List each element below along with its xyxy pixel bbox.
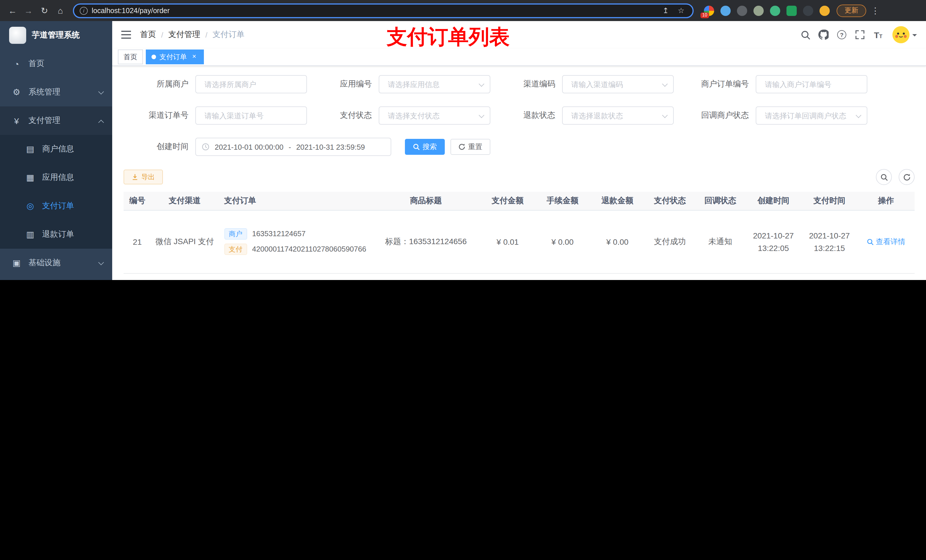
help-icon[interactable]: ? bbox=[833, 21, 850, 48]
tags-view-bar: 首页 支付订单 × bbox=[112, 48, 926, 66]
cell-pay-time: 2021-10-27 13:19:15 bbox=[801, 273, 857, 280]
sidebar-item-home[interactable]: ◔ 首页 bbox=[0, 50, 112, 78]
sidebar-item-label: 基础设施 bbox=[29, 258, 99, 268]
app-logo[interactable]: 芋道管理系统 bbox=[0, 21, 112, 50]
filter-merchant: 所属商户 bbox=[124, 75, 307, 93]
extension-blue-icon[interactable] bbox=[720, 5, 731, 16]
extension-dark-icon[interactable] bbox=[803, 5, 813, 16]
back-icon[interactable]: ← bbox=[6, 4, 20, 17]
sidebar-item-label: 应用信息 bbox=[42, 172, 103, 183]
toggle-search-button[interactable] bbox=[876, 169, 892, 185]
channel-code-select[interactable] bbox=[562, 75, 674, 93]
address-bar[interactable]: i localhost:1024/pay/order ↥ ☆ bbox=[73, 3, 694, 18]
breadcrumb-pay-manage[interactable]: 支付管理 bbox=[168, 30, 200, 40]
sidebar-item-pay-order[interactable]: ◎ 支付订单 bbox=[0, 192, 112, 220]
filter-label: 回调商户状态 bbox=[674, 110, 756, 121]
home-icon[interactable]: ⌂ bbox=[53, 4, 67, 17]
table-row: 21 微信 JSAPI 支付 商户 1635312124657 支付 bbox=[124, 210, 915, 273]
bookmark-star-icon[interactable]: ☆ bbox=[675, 4, 687, 17]
cell-pay-time: 2021-10-27 13:22:15 bbox=[801, 210, 857, 273]
view-detail-link[interactable]: 查看详情 bbox=[867, 237, 905, 247]
app-select[interactable] bbox=[379, 75, 490, 93]
filter-channel-order-no: 渠道订单号 bbox=[124, 106, 307, 125]
extension-sage-icon[interactable] bbox=[754, 5, 764, 16]
extension-emoji-icon[interactable] bbox=[820, 5, 830, 16]
fullscreen-icon[interactable] bbox=[851, 21, 869, 48]
cell-actions: 查看详情 bbox=[857, 273, 915, 280]
sidebar-item-label: 支付订单 bbox=[42, 201, 103, 211]
col-notify-status: 回调状态 bbox=[695, 192, 746, 210]
sidebar-item-merchant-info[interactable]: ▤ 商户信息 bbox=[0, 135, 112, 163]
tab-pay-order[interactable]: 支付订单 × bbox=[146, 50, 204, 64]
extension-vue-icon[interactable] bbox=[770, 5, 780, 16]
cell-notify-status: 未通知 bbox=[695, 273, 746, 280]
search-button[interactable]: 搜索 bbox=[405, 139, 445, 155]
cell-title: 标题：1635311949168 bbox=[372, 273, 480, 280]
user-avatar[interactable] bbox=[893, 26, 917, 43]
merchant-select[interactable] bbox=[195, 75, 307, 93]
filter-label: 所属商户 bbox=[124, 79, 195, 89]
cell-create-time: 2021-10-27 13:22:05 bbox=[746, 210, 802, 273]
reload-icon[interactable]: ↻ bbox=[38, 4, 51, 17]
card-icon: ▤ bbox=[25, 144, 35, 154]
date-range-picker[interactable]: 2021-10-01 00:00:00 - 2021-10-31 23:59:5… bbox=[195, 138, 391, 156]
cell-id: 20 bbox=[124, 273, 151, 280]
url-text[interactable]: localhost:1024/pay/order bbox=[92, 6, 656, 15]
cell-id: 21 bbox=[124, 210, 151, 273]
browser-chrome: ← → ↻ ⌂ i localhost:1024/pay/order ↥ ☆ 1… bbox=[0, 0, 926, 21]
forward-icon[interactable]: → bbox=[22, 4, 35, 17]
col-actions: 操作 bbox=[857, 192, 915, 210]
chevron-down-icon bbox=[98, 89, 104, 94]
share-icon[interactable]: ↥ bbox=[660, 4, 672, 17]
browser-menu-kebab-icon[interactable]: ⋮ bbox=[869, 4, 882, 17]
extension-green-square-icon[interactable] bbox=[787, 5, 797, 16]
refund-status-select[interactable] bbox=[562, 106, 674, 125]
github-icon[interactable] bbox=[815, 21, 832, 48]
search-icon[interactable] bbox=[797, 21, 814, 48]
sidebar-item-system[interactable]: ⚙ 系统管理 bbox=[0, 78, 112, 106]
extension-gray-icon[interactable] bbox=[737, 5, 747, 16]
tab-label: 首页 bbox=[124, 52, 137, 62]
monitor-icon: ▣ bbox=[11, 258, 22, 268]
merchant-order-no-input[interactable] bbox=[756, 75, 867, 93]
filter-app: 应用编号 bbox=[307, 75, 490, 93]
cell-notify-status: 未通知 bbox=[695, 210, 746, 273]
col-create-time: 创建时间 bbox=[746, 192, 802, 210]
sidebar-item-dev-tools[interactable]: ⚒ 研发工具 bbox=[0, 277, 112, 280]
main-area: 支付订单列表 首页 / 支付管理 / 支付订单 ? bbox=[112, 21, 926, 280]
refresh-table-button[interactable] bbox=[899, 169, 915, 185]
extension-colorful-icon[interactable]: 10 bbox=[704, 5, 714, 16]
tab-home[interactable]: 首页 bbox=[118, 50, 143, 64]
sidebar-item-app-info[interactable]: ▦ 应用信息 bbox=[0, 163, 112, 192]
search-icon bbox=[867, 238, 874, 245]
search-icon bbox=[880, 173, 888, 181]
extension-badge: 10 bbox=[701, 12, 709, 18]
notify-status-select[interactable] bbox=[756, 106, 867, 125]
date-end: 2021-10-31 23:59:59 bbox=[296, 143, 365, 151]
pay-status-select[interactable] bbox=[379, 106, 490, 125]
sidebar-toggle-icon[interactable] bbox=[121, 31, 131, 39]
site-info-icon[interactable]: i bbox=[80, 6, 88, 15]
sidebar-item-payment[interactable]: ¥ 支付管理 bbox=[0, 106, 112, 135]
export-button[interactable]: 导出 bbox=[124, 170, 163, 184]
browser-update-button[interactable]: 更新 bbox=[837, 4, 866, 17]
reset-button[interactable]: 重置 bbox=[451, 139, 490, 155]
filter-pay-status: 支付状态 bbox=[307, 106, 490, 125]
logo-avatar bbox=[9, 27, 26, 44]
table-row: 20 微信 JSAPI 支付 商户 1635311949168 支付 bbox=[124, 273, 915, 280]
pay-tag: 支付 bbox=[224, 244, 247, 255]
cell-fee: ¥ 0.00 bbox=[535, 273, 590, 280]
tab-label: 支付订单 bbox=[159, 52, 187, 62]
merchant-order-no: 1635312124657 bbox=[252, 227, 306, 241]
breadcrumb-home[interactable]: 首页 bbox=[140, 30, 156, 40]
sidebar-item-infrastructure[interactable]: ▣ 基础设施 bbox=[0, 249, 112, 277]
clock-icon bbox=[201, 143, 210, 151]
sidebar-item-refund-order[interactable]: ▥ 退款订单 bbox=[0, 220, 112, 249]
channel-order-no-input[interactable] bbox=[195, 106, 307, 125]
filter-channel-code: 渠道编码 bbox=[490, 75, 674, 93]
font-size-icon[interactable]: TT bbox=[870, 21, 887, 48]
col-pay-status: 支付状态 bbox=[645, 192, 695, 210]
filter-label: 支付状态 bbox=[307, 110, 379, 121]
table-toolbar: 导出 bbox=[124, 169, 915, 185]
close-tab-icon[interactable]: × bbox=[190, 53, 198, 61]
